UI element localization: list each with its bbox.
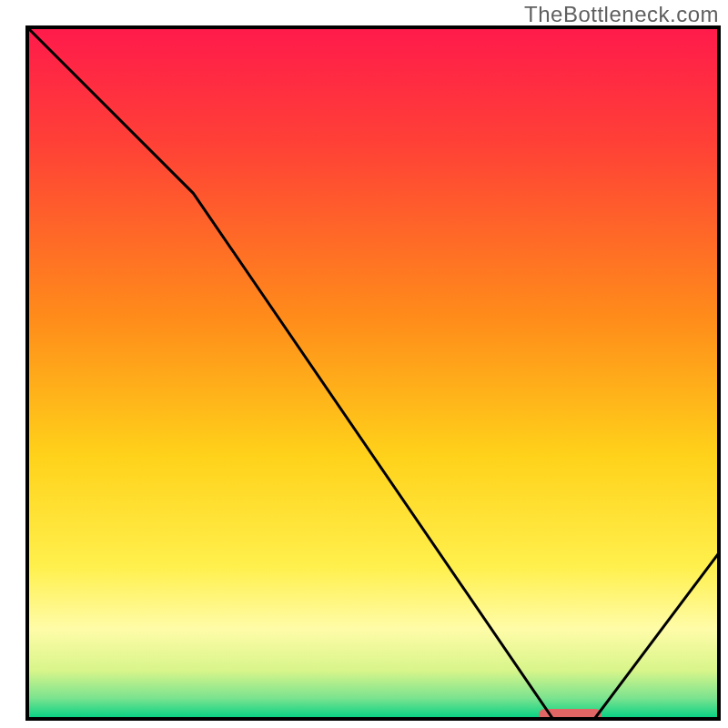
bottleneck-chart (0, 0, 728, 728)
watermark-text: TheBottleneck.com (524, 2, 719, 27)
chart-container: TheBottleneck.com (0, 0, 728, 728)
